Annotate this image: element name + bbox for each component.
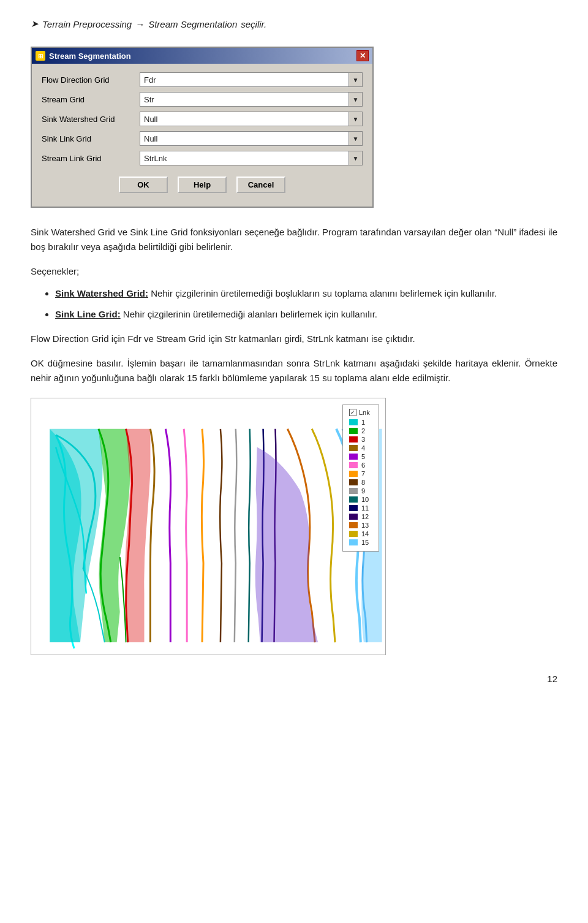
help-button[interactable]: Help: [178, 177, 227, 193]
legend-item-3: 3: [349, 436, 372, 443]
bullet-text-1: Nehir çizgilerinin üretilemediği boşlukl…: [151, 288, 497, 298]
legend-label-10: 10: [361, 496, 369, 503]
bullet-bold-1: Sink Watershed Grid:: [55, 288, 148, 298]
dialog-row-stream-link: Stream Link Grid StrLnk ▼: [42, 151, 363, 165]
breadcrumb: ➤ Terrain Preprocessing → Stream Segment…: [31, 18, 557, 29]
dialog-row-stream-grid: Stream Grid Str ▼: [42, 92, 363, 107]
paragraph-2: Flow Direction Grid için Fdr ve Stream G…: [31, 332, 557, 346]
breadcrumb-part2: Stream Segmentation: [148, 19, 237, 29]
map-container: ✓ Lnk 1 2 3 4 5 6 7: [31, 398, 386, 655]
legend-color-6: [349, 462, 358, 468]
cancel-button[interactable]: Cancel: [236, 177, 285, 193]
legend-label-9: 9: [361, 487, 365, 495]
legend-color-5: [349, 454, 358, 460]
page-number: 12: [31, 674, 557, 684]
value-sink-link: Null: [140, 133, 349, 145]
legend-color-10: [349, 496, 358, 503]
legend-item-9: 9: [349, 487, 372, 495]
dialog-row-sink-link: Sink Link Grid Null ▼: [42, 131, 363, 146]
dialog-title-text: Stream Segmentation: [49, 51, 131, 61]
section-header: Seçenekler;: [31, 264, 557, 279]
dropdown-flow-direction[interactable]: ▼: [349, 73, 362, 86]
legend-item-5: 5: [349, 453, 372, 460]
map-svg: [31, 398, 385, 655]
breadcrumb-arrow-right: ➤: [31, 18, 39, 29]
legend-item-11: 11: [349, 504, 372, 512]
dropdown-stream-link[interactable]: ▼: [349, 151, 362, 165]
stream-segmentation-dialog: ⊞ Stream Segmentation ✕ Flow Direction G…: [31, 47, 374, 208]
legend-label-4: 4: [361, 444, 365, 452]
breadcrumb-part1: Terrain Preprocessing: [42, 19, 132, 29]
legend-title-area: ✓ Lnk: [349, 409, 372, 416]
legend-color-14: [349, 531, 358, 537]
dropdown-stream-grid[interactable]: ▼: [349, 93, 362, 106]
legend-label-14: 14: [361, 530, 369, 537]
input-area-sink-link[interactable]: Null ▼: [140, 131, 363, 146]
legend-color-12: [349, 514, 358, 520]
legend-item-1: 1: [349, 419, 372, 426]
value-sink-watershed: Null: [140, 113, 349, 125]
legend-label-12: 12: [361, 513, 369, 520]
legend-title-text: Lnk: [359, 409, 370, 416]
legend-color-2: [349, 428, 358, 434]
legend-item-15: 15: [349, 539, 372, 546]
legend-label-7: 7: [361, 470, 365, 477]
bullet-list: Sink Watershed Grid: Nehir çizgilerinin …: [55, 286, 557, 322]
legend-item-4: 4: [349, 444, 372, 452]
value-stream-grid: Str: [140, 94, 349, 105]
dropdown-sink-link[interactable]: ▼: [349, 132, 362, 145]
legend-color-15: [349, 539, 358, 545]
input-area-stream-link[interactable]: StrLnk ▼: [140, 151, 363, 165]
legend-color-13: [349, 522, 358, 528]
legend-color-4: [349, 445, 358, 451]
label-stream-link-grid: Stream Link Grid: [42, 154, 140, 163]
input-area-sink-watershed[interactable]: Null ▼: [140, 112, 363, 126]
label-flow-direction-grid: Flow Direction Grid: [42, 75, 140, 85]
dialog-close-button[interactable]: ✕: [356, 50, 369, 61]
dialog-content: Flow Direction Grid Fdr ▼ Stream Grid St…: [32, 64, 372, 207]
legend-color-7: [349, 471, 358, 477]
legend-color-9: [349, 488, 358, 494]
legend-item-12: 12: [349, 513, 372, 520]
label-stream-grid: Stream Grid: [42, 95, 140, 104]
legend-label-15: 15: [361, 539, 369, 546]
dialog-row-flow-direction: Flow Direction Grid Fdr ▼: [42, 72, 363, 87]
legend-item-7: 7: [349, 470, 372, 477]
dialog-buttons-area: OK Help Cancel: [42, 177, 363, 198]
input-area-flow-direction[interactable]: Fdr ▼: [140, 72, 363, 87]
dropdown-sink-watershed[interactable]: ▼: [349, 112, 362, 126]
legend-label-13: 13: [361, 522, 369, 529]
legend-item-2: 2: [349, 427, 372, 435]
legend-label-1: 1: [361, 419, 365, 426]
dialog-titlebar: ⊞ Stream Segmentation ✕: [32, 48, 372, 64]
ok-button[interactable]: OK: [119, 177, 168, 193]
legend-item-13: 13: [349, 522, 372, 529]
legend-label-6: 6: [361, 462, 365, 469]
bullet-bold-2: Sink Line Grid:: [55, 309, 121, 319]
legend-color-11: [349, 505, 358, 511]
value-stream-link: StrLnk: [140, 153, 349, 164]
legend-label-2: 2: [361, 427, 365, 435]
input-area-stream-grid[interactable]: Str ▼: [140, 92, 363, 107]
legend-checkbox: ✓: [349, 409, 356, 416]
dialog-wrapper: ⊞ Stream Segmentation ✕ Flow Direction G…: [31, 47, 557, 208]
legend-box: ✓ Lnk 1 2 3 4 5 6 7: [342, 405, 379, 552]
breadcrumb-arrow1: →: [135, 19, 145, 29]
paragraph-1: Sink Watershed Grid ve Sink Line Grid fo…: [31, 225, 557, 254]
bullet-text-2: Nehir çizgilerinin üretilemediği alanlar…: [123, 309, 377, 319]
value-flow-direction: Fdr: [140, 74, 349, 86]
list-item-sink-watershed: Sink Watershed Grid: Nehir çizgilerinin …: [55, 286, 557, 301]
paragraph-3: OK düğmesine basılır. İşlemin başarı ile…: [31, 356, 557, 386]
legend-color-8: [349, 479, 358, 485]
legend-item-8: 8: [349, 479, 372, 486]
label-sink-watershed-grid: Sink Watershed Grid: [42, 115, 140, 124]
legend-label-11: 11: [361, 504, 369, 512]
legend-label-8: 8: [361, 479, 365, 486]
dialog-window-icon: ⊞: [36, 51, 45, 61]
dialog-title-area: ⊞ Stream Segmentation: [36, 51, 131, 61]
label-sink-link-grid: Sink Link Grid: [42, 134, 140, 143]
legend-label-5: 5: [361, 453, 365, 460]
legend-item-14: 14: [349, 530, 372, 537]
legend-item-10: 10: [349, 496, 372, 503]
list-item-sink-line: Sink Line Grid: Nehir çizgilerinin üreti…: [55, 307, 557, 322]
